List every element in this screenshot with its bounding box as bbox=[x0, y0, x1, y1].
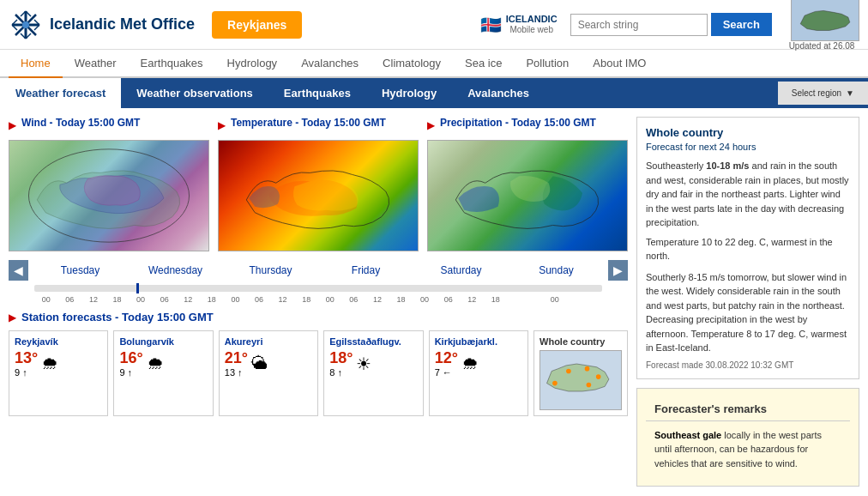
nav-climatology[interactable]: Climatology bbox=[371, 50, 453, 78]
subnav-earthquakes[interactable]: Earthquakes bbox=[268, 78, 366, 108]
search-button[interactable]: Search bbox=[711, 13, 772, 36]
station-egilsstadir: Egilsstaðaflugv. 18° 8 ↑ ☀ bbox=[323, 330, 423, 416]
subnav-weather-forecast[interactable]: Weather forecast bbox=[0, 78, 121, 108]
temp-map-title: Temperature - Today 15:00 GMT bbox=[231, 117, 386, 129]
language-area: 🇮🇸 ICELANDIC Mobile web bbox=[480, 14, 558, 35]
station-reykjavik-name: Reykjavík bbox=[15, 336, 102, 347]
svg-point-12 bbox=[22, 21, 29, 28]
iceland-flag-icon: 🇮🇸 bbox=[480, 15, 502, 35]
hour-group-2: 00 06 12 18 bbox=[129, 295, 223, 304]
language-label: ICELANDIC Mobile web bbox=[506, 14, 558, 35]
hour-18-4: 18 bbox=[397, 295, 406, 304]
header: Icelandic Met Office Reykjanes 🇮🇸 ICELAN… bbox=[0, 0, 868, 50]
hour-06-1: 06 bbox=[65, 295, 74, 304]
station-kirkjubaer-weather-icon: 🌧 bbox=[461, 354, 479, 373]
nav-about[interactable]: About IMO bbox=[581, 50, 658, 78]
station-egilsstadir-weather-icon: ☀ bbox=[356, 354, 371, 374]
wind-map-image[interactable] bbox=[9, 140, 209, 251]
tuesday-link[interactable]: Tuesday bbox=[33, 264, 128, 276]
timeline-bar[interactable] bbox=[34, 285, 602, 292]
wind-arrow-icon: ▶ bbox=[9, 119, 16, 131]
hour-06-4: 06 bbox=[349, 295, 358, 304]
hour-18-5: 18 bbox=[491, 295, 500, 304]
saturday-link[interactable]: Saturday bbox=[413, 264, 509, 276]
search-input[interactable] bbox=[570, 14, 708, 36]
forecast-title: Whole country bbox=[646, 126, 850, 139]
station-arrow-icon: ▶ bbox=[9, 312, 16, 324]
wind-map-svg bbox=[9, 141, 208, 251]
temp-map-card: ▶ Temperature - Today 15:00 GMT bbox=[218, 117, 419, 251]
search-box: Search bbox=[570, 13, 772, 36]
forecast-timestamp: Forecast made 30.08.2022 10:32 GMT bbox=[646, 360, 850, 370]
temp-map-svg bbox=[219, 141, 418, 251]
hour-group-1: 00 06 12 18 bbox=[34, 295, 129, 304]
forecaster-title: Forecaster's remarks bbox=[646, 397, 850, 421]
temp-map-image[interactable] bbox=[218, 140, 419, 251]
wind-map-header: ▶ Wind - Today 15:00 GMT bbox=[9, 117, 209, 133]
day-wednesday: Wednesday bbox=[128, 264, 223, 276]
thursday-link[interactable]: Thursday bbox=[223, 264, 318, 276]
station-akureyri-wind: 13 ↑ bbox=[225, 367, 248, 378]
nav-avalanches[interactable]: Avalanches bbox=[289, 50, 371, 78]
stations-row: Reykjavík 13° 9 ↑ 🌧 Bolungarvík 16° 9 ↑ bbox=[9, 330, 628, 416]
precip-map-image[interactable] bbox=[427, 140, 628, 251]
logo-icon bbox=[9, 8, 43, 42]
precip-map-header: ▶ Precipitation - Today 15:00 GMT bbox=[427, 117, 628, 133]
subnav-weather-observations[interactable]: Weather observations bbox=[121, 78, 268, 108]
forecaster-remarks-box: Forecaster's remarks Southeast gale loca… bbox=[636, 388, 859, 487]
station-akureyri-name: Akureyri bbox=[225, 336, 312, 347]
next-day-button[interactable]: ▶ bbox=[608, 260, 628, 281]
hour-group-5: 00 06 12 18 bbox=[413, 295, 507, 304]
wind-map-title: Wind - Today 15:00 GMT bbox=[21, 117, 140, 129]
hour-group-6: 00 bbox=[508, 295, 602, 304]
wednesday-link[interactable]: Wednesday bbox=[128, 264, 223, 276]
friday-link[interactable]: Friday bbox=[318, 264, 413, 276]
days-list: Tuesday Wednesday Thursday Friday Saturd… bbox=[28, 264, 608, 276]
forecast-box: Whole country Forecast for next 24 hours… bbox=[636, 117, 859, 379]
nav-weather[interactable]: Weather bbox=[63, 50, 129, 78]
logo-area: Icelandic Met Office bbox=[9, 8, 195, 42]
subnav-hydrology[interactable]: Hydrology bbox=[366, 78, 452, 108]
nav-hydrology[interactable]: Hydrology bbox=[215, 50, 290, 78]
region-button[interactable]: Reykjanes bbox=[212, 11, 302, 39]
timeline-marker bbox=[136, 283, 139, 293]
station-bolungarvik-wind: 9 ↑ bbox=[119, 367, 142, 378]
select-region-button[interactable]: Select region ▼ bbox=[778, 82, 868, 105]
station-bolungarvik-name: Bolungarvík bbox=[119, 336, 207, 347]
updated-timestamp: Updated at 26.08 bbox=[789, 41, 855, 51]
logo-text: Icelandic Met Office bbox=[50, 16, 195, 33]
day-navigation: ◀ Tuesday Wednesday Thursday Friday Satu… bbox=[9, 260, 628, 281]
svg-point-17 bbox=[566, 369, 571, 374]
select-region-label: Select region bbox=[792, 88, 841, 98]
forecast-subtitle: Forecast for next 24 hours bbox=[646, 142, 850, 152]
hour-06-2: 06 bbox=[160, 295, 169, 304]
hour-group-4: 00 06 12 18 bbox=[318, 295, 413, 304]
nav-seaice[interactable]: Sea ice bbox=[453, 50, 514, 78]
maps-row: ▶ Wind - Today 15:00 GMT ▶ Temperature bbox=[9, 117, 628, 251]
station-reykjavik-weather-icon: 🌧 bbox=[41, 354, 58, 373]
hour-00-2: 00 bbox=[136, 295, 145, 304]
day-sunday: Sunday bbox=[509, 264, 604, 276]
day-saturday: Saturday bbox=[413, 264, 509, 276]
hour-12-4: 12 bbox=[373, 295, 382, 304]
whole-country-card: Whole country bbox=[533, 330, 628, 416]
subnav-avalanches[interactable]: Avalanches bbox=[452, 78, 545, 108]
hour-06-5: 06 bbox=[444, 295, 453, 304]
hour-00-6: 00 bbox=[551, 295, 559, 304]
precip-map-svg bbox=[428, 141, 627, 251]
nav-earthquakes[interactable]: Earthquakes bbox=[129, 50, 215, 78]
whole-country-label: Whole country bbox=[539, 336, 622, 347]
station-egilsstadir-name: Egilsstaðaflugv. bbox=[329, 336, 417, 347]
station-reykjavik-wind: 9 ↑ bbox=[15, 367, 38, 378]
hour-00-5: 00 bbox=[420, 295, 429, 304]
station-akureyri: Akureyri 21° 13 ↑ 🌥 bbox=[219, 330, 318, 416]
nav-home[interactable]: Home bbox=[9, 50, 63, 78]
sunday-link[interactable]: Sunday bbox=[509, 264, 604, 276]
station-egilsstadir-wind: 8 ↑ bbox=[329, 367, 353, 378]
whole-country-map[interactable] bbox=[539, 350, 622, 410]
station-kirkjubaer: Kirkjubæjarkl. 12° 7 ← 🌧 bbox=[429, 330, 528, 416]
prev-day-button[interactable]: ◀ bbox=[9, 260, 28, 281]
subnav: Weather forecast Weather observations Ea… bbox=[0, 78, 868, 108]
nav-pollution[interactable]: Pollution bbox=[514, 50, 581, 78]
hour-00-3: 00 bbox=[231, 295, 239, 304]
